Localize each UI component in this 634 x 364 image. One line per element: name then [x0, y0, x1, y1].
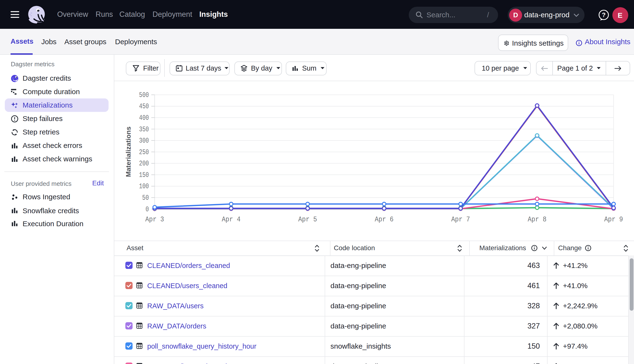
svg-text:150: 150: [139, 171, 149, 179]
svg-text:450: 450: [139, 102, 149, 110]
svg-text:250: 250: [139, 148, 149, 156]
svg-text:Apr 3: Apr 3: [145, 215, 164, 224]
svg-text:100: 100: [139, 182, 149, 190]
svg-text:Apr 7: Apr 7: [451, 215, 470, 224]
svg-text:Apr 5: Apr 5: [298, 215, 317, 224]
svg-text:400: 400: [139, 114, 149, 122]
svg-text:Apr 4: Apr 4: [222, 215, 241, 224]
svg-text:300: 300: [139, 136, 149, 145]
svg-text:?: ?: [602, 11, 606, 18]
svg-text:Apr 8: Apr 8: [528, 215, 546, 224]
svg-text:50: 50: [142, 194, 149, 202]
svg-text:Apr 6: Apr 6: [375, 215, 394, 224]
svg-text:Materializations: Materializations: [125, 126, 132, 177]
svg-text:0: 0: [146, 205, 149, 214]
svg-text:Apr 9: Apr 9: [604, 215, 623, 224]
svg-text:500: 500: [139, 91, 149, 99]
svg-text:350: 350: [139, 125, 149, 134]
svg-text:200: 200: [139, 160, 149, 168]
